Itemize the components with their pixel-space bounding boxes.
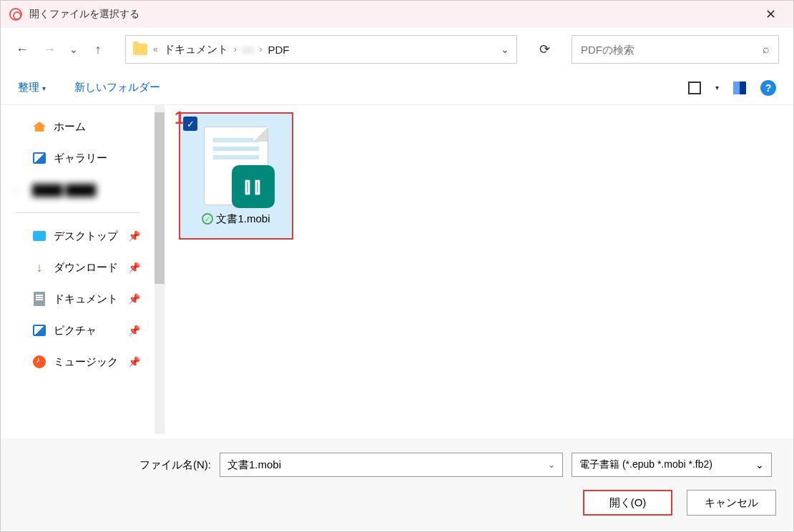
address-bar[interactable]: « ドキュメント › ••• › PDF ⌄ xyxy=(125,35,517,64)
music-icon xyxy=(33,355,46,368)
pin-icon: 📌 xyxy=(128,356,140,368)
sidebar-item-desktop[interactable]: デスクトップ📌 xyxy=(1,220,155,252)
document-icon xyxy=(34,292,45,306)
nav-recent-dropdown[interactable]: ⌄ xyxy=(69,44,78,55)
chevron-right-icon: › xyxy=(14,184,16,194)
filetype-dropdown[interactable]: 電子書籍 (*.epub *.mobi *.fb2) ⌄ xyxy=(572,453,772,477)
nav-up-button[interactable]: ↑ xyxy=(91,42,105,57)
filename-dropdown[interactable]: ⌄ xyxy=(548,460,555,470)
sidebar-item-music[interactable]: ミュージック📌 xyxy=(1,346,155,378)
chevron-right-icon: › xyxy=(259,44,262,54)
close-button[interactable]: ✕ xyxy=(756,6,785,22)
refresh-button[interactable]: ⟳ xyxy=(530,41,559,57)
sync-status-icon: ✓ xyxy=(202,213,213,225)
sidebar: ホーム ギャラリー ›████ ████ デスクトップ📌 ↓ダウンロード📌 ドキ… xyxy=(1,105,155,434)
filename-label: ファイル名(N): xyxy=(139,458,211,472)
sidebar-item-documents[interactable]: ドキュメント📌 xyxy=(1,283,155,315)
pin-icon: 📌 xyxy=(128,262,140,273)
cancel-button[interactable]: キャンセル xyxy=(687,490,776,516)
new-folder-button[interactable]: 新しいフォルダー xyxy=(74,81,160,94)
file-item-mobi[interactable]: ✓ ⫿⫿ ✓ 文書1.mobi xyxy=(179,112,293,240)
search-icon[interactable]: ⌕ xyxy=(763,43,770,56)
chevron-down-icon: ⌄ xyxy=(755,459,764,471)
home-icon xyxy=(33,122,46,132)
filename-input[interactable]: 文書1.mobi ⌄ xyxy=(220,453,563,477)
path-dropdown[interactable]: ⌄ xyxy=(501,44,509,55)
view-mode-button[interactable] xyxy=(688,82,701,94)
ebook-badge-icon: ⫿⫿ xyxy=(232,165,275,208)
sidebar-item-downloads[interactable]: ↓ダウンロード📌 xyxy=(1,252,155,283)
download-icon: ↓ xyxy=(36,260,43,275)
path-segment-hidden[interactable]: ••• xyxy=(242,44,254,56)
filetype-label: 電子書籍 (*.epub *.mobi *.fb2) xyxy=(579,458,712,471)
file-list-area[interactable]: ✓ ⫿⫿ ✓ 文書1.mobi xyxy=(165,105,793,434)
sidebar-scrollbar[interactable] xyxy=(155,105,165,434)
pin-icon: 📌 xyxy=(128,230,140,242)
picture-icon xyxy=(33,325,46,336)
sidebar-item-pictures[interactable]: ピクチャ📌 xyxy=(1,315,155,346)
nav-forward-button[interactable]: → xyxy=(42,42,57,57)
search-box[interactable]: ⌕ xyxy=(572,35,779,64)
nav-back-button[interactable]: ← xyxy=(15,42,29,57)
view-dropdown[interactable]: ▾ xyxy=(715,84,719,92)
open-button[interactable]: 開く(O) xyxy=(583,490,672,516)
sidebar-item-home[interactable]: ホーム xyxy=(1,111,155,142)
pin-icon: 📌 xyxy=(128,293,140,305)
selection-checkbox[interactable]: ✓ xyxy=(183,117,197,131)
gallery-icon xyxy=(33,152,46,164)
scroll-thumb[interactable] xyxy=(155,112,165,284)
path-segment-documents[interactable]: ドキュメント xyxy=(164,43,228,56)
path-prefix: « xyxy=(153,44,158,54)
search-input[interactable] xyxy=(581,44,763,56)
sidebar-item-hidden[interactable]: ›████ ████ xyxy=(1,174,155,205)
pin-icon: 📌 xyxy=(128,325,140,336)
desktop-icon xyxy=(33,231,46,241)
filename-value: 文書1.mobi xyxy=(227,458,281,472)
preview-pane-button[interactable] xyxy=(733,82,746,94)
divider xyxy=(15,212,140,213)
sidebar-item-gallery[interactable]: ギャラリー xyxy=(1,142,155,174)
window-title: 開くファイルを選択する xyxy=(29,8,139,21)
help-button[interactable]: ? xyxy=(760,80,776,96)
organize-menu[interactable]: 整理▾ xyxy=(18,81,46,94)
chevron-right-icon: › xyxy=(234,44,237,54)
file-thumbnail: ⫿⫿ xyxy=(204,127,268,205)
app-icon xyxy=(9,8,22,21)
annotation-1: 1 xyxy=(175,108,184,128)
file-name-label: 文書1.mobi xyxy=(216,212,270,226)
folder-icon xyxy=(133,44,147,55)
path-segment-pdf[interactable]: PDF xyxy=(268,44,289,56)
